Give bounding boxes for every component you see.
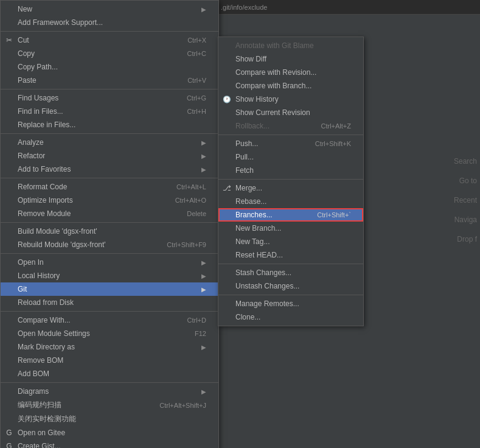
git-menu-item-stash-changes[interactable]: Stash Changes...	[218, 266, 363, 279]
git-menu-item-push[interactable]: Push...Ctrl+Shift+K	[218, 137, 363, 150]
menu-item-refactor[interactable]: Refactor▶	[1, 149, 218, 163]
menu-separator	[1, 222, 218, 223]
menu-separator	[1, 178, 218, 178]
menu-separator	[1, 311, 218, 312]
git-menu-item-annotate-git-blame[interactable]: Annotate with Git Blame	[218, 39, 363, 52]
menu-item-close-realtime[interactable]: 关闭实时检测功能	[1, 412, 218, 426]
menu-label-code-style-scan: 编码规约扫描	[18, 400, 61, 410]
menu-item-optimize-imports[interactable]: Optimize ImportsCtrl+Alt+O	[1, 194, 218, 207]
menu-label-optimize-imports: Optimize Imports	[18, 196, 73, 205]
menu-item-git[interactable]: Git▶	[1, 282, 218, 296]
git-menu-label-fetch: Fetch	[235, 166, 254, 175]
menu-item-rebuild-module[interactable]: Rebuild Module 'dgsx-front'Ctrl+Shift+F9	[1, 238, 218, 251]
git-menu-label-rebase: Rebase...	[235, 197, 266, 206]
git-menu-item-fetch[interactable]: Fetch	[218, 164, 363, 177]
menu-label-paste: Paste	[18, 76, 37, 85]
git-menu-label-stash-changes: Stash Changes...	[235, 268, 291, 277]
menu-item-reload-from-disk[interactable]: Reload from Disk	[1, 296, 218, 309]
menu-item-remove-module[interactable]: Remove ModuleDelete	[1, 207, 218, 220]
git-menu-item-rebase[interactable]: Rebase...	[218, 195, 363, 208]
menu-shortcut-find-usages: Ctrl+G	[175, 94, 206, 102]
menu-item-find-usages[interactable]: Find UsagesCtrl+G	[1, 91, 218, 105]
menu-item-new[interactable]: New▶	[1, 2, 218, 16]
menu-item-cut[interactable]: ✂CutCtrl+X	[1, 33, 218, 47]
menu-item-open-in[interactable]: Open In▶	[1, 256, 218, 269]
menu-item-copy-path[interactable]: Copy Path...	[1, 60, 218, 74]
git-menu-label-show-diff: Show Diff	[235, 55, 266, 63]
menu-shortcut-remove-module: Delete	[175, 210, 206, 217]
menu-label-add-to-favorites: Add to Favorites	[18, 165, 71, 173]
git-menu-icon-show-history: 🕐	[222, 96, 232, 103]
menu-arrow-git: ▶	[201, 286, 206, 293]
git-menu-item-show-diff[interactable]: Show Diff	[218, 52, 363, 66]
menu-item-open-on-gitee[interactable]: GOpen on Gitee	[1, 426, 218, 439]
git-submenu-separator	[218, 295, 363, 295]
file-path-text: .git/info/exclude	[221, 4, 267, 11]
menu-item-compare-with[interactable]: Compare With...Ctrl+D	[1, 313, 218, 327]
menu-item-diagrams[interactable]: Diagrams▶	[1, 385, 218, 398]
git-menu-item-new-tag[interactable]: New Tag...	[218, 235, 363, 248]
menu-label-cut: Cut	[18, 36, 29, 44]
search-label: Search	[454, 157, 477, 166]
git-menu-label-manage-remotes: Manage Remotes...	[235, 299, 299, 308]
menu-shortcut-rebuild-module: Ctrl+Shift+F9	[155, 241, 206, 248]
git-menu-label-show-history: Show History	[235, 95, 279, 103]
git-menu-item-branches[interactable]: Branches...Ctrl+Shift+`	[218, 208, 363, 222]
git-menu-item-manage-remotes[interactable]: Manage Remotes...	[218, 297, 363, 310]
menu-item-remove-bom[interactable]: Remove BOM	[1, 354, 218, 367]
git-submenu-separator	[218, 179, 363, 180]
menu-item-create-gist[interactable]: GCreate Gist...	[1, 439, 218, 448]
menu-label-remove-module: Remove Module	[18, 209, 71, 218]
git-menu-label-clone: Clone...	[235, 313, 260, 321]
menu-item-reformat-code[interactable]: Reformat CodeCtrl+Alt+L	[1, 180, 218, 194]
menu-item-open-module-settings[interactable]: Open Module SettingsF12	[1, 327, 218, 340]
git-menu-item-rollback[interactable]: Rollback...Ctrl+Alt+Z	[218, 119, 363, 133]
git-menu-item-compare-with-branch[interactable]: Compare with Branch...	[218, 79, 363, 93]
git-menu-item-show-history[interactable]: 🕐Show History	[218, 93, 363, 106]
git-menu-item-show-current-revision[interactable]: Show Current Revision	[218, 106, 363, 119]
menu-label-analyze: Analyze	[18, 138, 44, 147]
menu-item-code-style-scan[interactable]: 编码规约扫描Ctrl+Alt+Shift+J	[1, 398, 218, 412]
menu-arrow-refactor: ▶	[201, 153, 206, 159]
git-menu-label-push: Push...	[235, 139, 258, 148]
menu-shortcut-cut: Ctrl+X	[175, 37, 206, 44]
git-menu-item-clone[interactable]: Clone...	[218, 310, 363, 324]
menu-label-new: New	[18, 5, 32, 13]
menu-item-build-module[interactable]: Build Module 'dgsx-front'	[1, 225, 218, 238]
menu-shortcut-optimize-imports: Ctrl+Alt+O	[163, 197, 206, 204]
menu-label-git: Git	[18, 285, 27, 293]
git-menu-item-new-branch[interactable]: New Branch...	[218, 222, 363, 235]
git-submenu: Annotate with Git BlameShow DiffCompare …	[218, 37, 364, 326]
menu-item-replace-in-files[interactable]: Replace in Files...	[1, 118, 218, 131]
menu-arrow-new: ▶	[201, 6, 206, 13]
menu-item-add-bom[interactable]: Add BOM	[1, 367, 218, 380]
git-menu-shortcut-push: Ctrl+Shift+K	[303, 140, 351, 147]
menu-arrow-add-to-favorites: ▶	[201, 166, 206, 173]
menu-item-local-history[interactable]: Local History▶	[1, 269, 218, 282]
main-context-menu: New▶Add Framework Support...✂CutCtrl+XCo…	[0, 0, 219, 448]
git-menu-item-merge[interactable]: ⎇Merge...	[218, 181, 363, 195]
menu-item-paste[interactable]: PasteCtrl+V	[1, 74, 218, 87]
menu-label-diagrams: Diagrams	[18, 387, 49, 396]
menu-icon-create-gist: G	[4, 442, 14, 448]
git-menu-label-annotate-git-blame: Annotate with Git Blame	[235, 41, 314, 50]
menu-label-reload-from-disk: Reload from Disk	[18, 298, 74, 307]
menu-item-find-in-files[interactable]: Find in Files...Ctrl+H	[1, 105, 218, 118]
navigate-label: Naviga	[454, 215, 477, 224]
menu-shortcut-reformat-code: Ctrl+Alt+L	[164, 183, 206, 191]
recent-label: Recent	[454, 196, 477, 205]
menu-item-mark-directory-as[interactable]: Mark Directory as▶	[1, 340, 218, 354]
go-to-label: Go to	[454, 177, 477, 185]
git-menu-item-compare-with-revision[interactable]: Compare with Revision...	[218, 66, 363, 79]
menu-item-copy[interactable]: CopyCtrl+C	[1, 47, 218, 60]
git-menu-item-unstash-changes[interactable]: Unstash Changes...	[218, 279, 363, 293]
menu-item-add-to-favorites[interactable]: Add to Favorites▶	[1, 163, 218, 176]
menu-label-mark-directory-as: Mark Directory as	[18, 343, 75, 351]
git-menu-item-reset-head[interactable]: Reset HEAD...	[218, 248, 363, 262]
menu-item-add-framework[interactable]: Add Framework Support...	[1, 16, 218, 29]
menu-label-reformat-code: Reformat Code	[18, 183, 67, 191]
git-menu-item-pull[interactable]: Pull...	[218, 150, 363, 164]
menu-label-remove-bom: Remove BOM	[18, 356, 63, 365]
menu-item-analyze[interactable]: Analyze▶	[1, 136, 218, 149]
menu-label-compare-with: Compare With...	[18, 316, 71, 324]
